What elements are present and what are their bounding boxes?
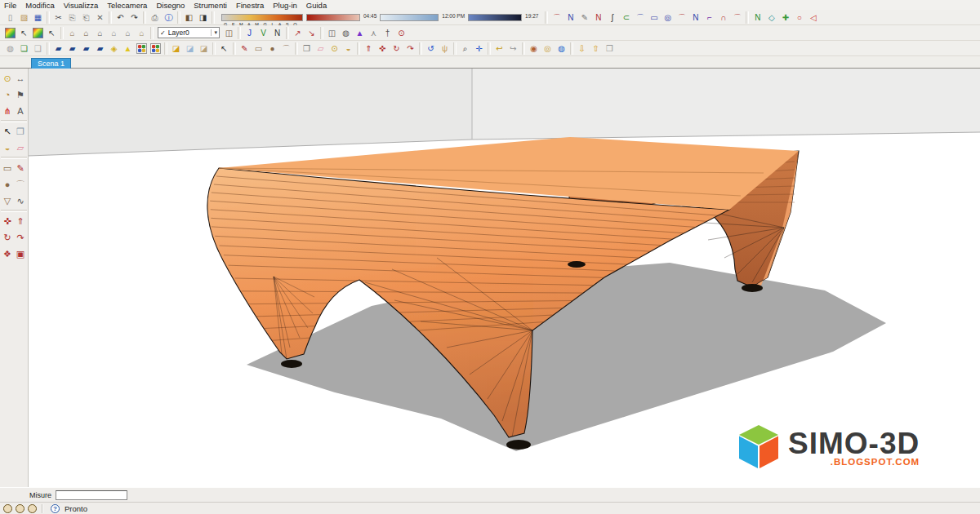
signin-icon[interactable]: [28, 504, 37, 513]
panel-three-icon[interactable]: ▰: [79, 42, 93, 55]
arc-icon[interactable]: ⌒: [14, 176, 27, 193]
menu-file[interactable]: File: [4, 1, 16, 10]
half-arc-icon[interactable]: ⌒: [730, 11, 744, 24]
select-icon[interactable]: ↖: [1, 123, 14, 140]
edit-bezier-icon[interactable]: ✎: [577, 11, 591, 24]
rotate-icon[interactable]: ↻: [1, 229, 14, 246]
share-model-icon[interactable]: ⇧: [589, 42, 603, 55]
share-component-icon[interactable]: ❒: [603, 42, 617, 55]
menu-strumenti[interactable]: Strumenti: [194, 1, 227, 10]
box-tan-icon[interactable]: ◪: [197, 42, 211, 55]
eraser-icon[interactable]: ▱: [314, 42, 327, 55]
arc-blue-icon[interactable]: ⌒: [633, 11, 647, 24]
freehand-icon[interactable]: ∿: [14, 193, 27, 209]
rotate-icon[interactable]: ↻: [390, 42, 403, 55]
stamp-n-icon[interactable]: N: [270, 27, 284, 39]
get-models-icon[interactable]: ⇩: [575, 42, 589, 55]
panel-one-icon[interactable]: ▰: [51, 42, 65, 55]
rectangle-icon[interactable]: ▭: [252, 42, 265, 55]
delete-icon[interactable]: ✕: [93, 11, 107, 24]
cone-yellow-icon[interactable]: ▲: [121, 42, 135, 55]
circle-icon[interactable]: ●: [1, 176, 14, 193]
open-file-icon[interactable]: ▨: [17, 11, 31, 24]
arc-red-icon[interactable]: ⌒: [675, 11, 688, 24]
model-info-icon[interactable]: ⓘ: [162, 11, 176, 24]
shadow-date-slider[interactable]: G F M A M G L A S O N D: [221, 14, 303, 21]
push-pull-icon[interactable]: ⇑: [362, 42, 376, 55]
geolocation-icon[interactable]: [3, 504, 12, 513]
stamp-j-icon[interactable]: J: [243, 27, 256, 39]
paint-bucket-icon[interactable]: ◒: [341, 42, 355, 55]
copy-icon[interactable]: ⎘: [65, 11, 79, 24]
dotted-sphere-icon[interactable]: ◍: [339, 27, 353, 39]
shadow-time-gradient[interactable]: [468, 14, 522, 21]
soften-edges-icon[interactable]: ◍: [3, 42, 17, 55]
rectangle-icon[interactable]: ▭: [1, 160, 14, 176]
drape-shape-icon[interactable]: ❏: [17, 42, 31, 55]
view-right-icon[interactable]: ⌂: [135, 27, 149, 39]
arc-icon[interactable]: ⌒: [279, 42, 293, 55]
move-icon[interactable]: ✜: [376, 42, 390, 55]
save-file-icon[interactable]: ▦: [31, 11, 45, 24]
panel-two-icon[interactable]: ▰: [65, 42, 79, 55]
layer-dropdown[interactable]: ✓ Layer0 ▾: [158, 27, 220, 38]
help-icon[interactable]: ?: [51, 504, 60, 513]
pan-icon[interactable]: ψ: [438, 42, 452, 55]
stamp-v-icon[interactable]: V: [256, 27, 270, 39]
text-icon[interactable]: ⚑: [14, 86, 27, 103]
offset-icon[interactable]: ▣: [14, 246, 27, 262]
menu-disegno[interactable]: Disegno: [156, 1, 185, 10]
select-icon[interactable]: ↖: [217, 42, 231, 55]
drop-at-vertex-icon[interactable]: ↗: [291, 27, 305, 39]
palette-one-icon[interactable]: [136, 43, 147, 54]
line-icon[interactable]: ✎: [14, 160, 27, 176]
google-earth-icon[interactable]: ◍: [555, 42, 568, 55]
claim-credit-icon[interactable]: [16, 504, 24, 513]
eraser-icon[interactable]: ▱: [14, 140, 27, 156]
lens-yellow-icon[interactable]: ◈: [107, 42, 121, 55]
style-picker-b-icon[interactable]: ↖: [45, 27, 59, 39]
c-curve-icon[interactable]: ⊂: [619, 11, 633, 24]
view-left-icon[interactable]: ⌂: [121, 27, 135, 39]
corner-arc-icon[interactable]: ⌐: [702, 11, 716, 24]
crumple-icon[interactable]: ❑: [31, 42, 45, 55]
pie-shape-icon[interactable]: ◁: [806, 11, 820, 24]
scene-tab[interactable]: Scena 1: [31, 58, 71, 69]
protractor-icon[interactable]: ◔: [1, 86, 14, 103]
polygon-loop-icon[interactable]: ◇: [764, 11, 778, 24]
tape-measure-icon[interactable]: ⊙: [327, 42, 341, 55]
scale-icon[interactable]: ❖: [1, 246, 14, 262]
view-top-icon[interactable]: ⌂: [79, 27, 93, 39]
print-icon[interactable]: ⎙: [148, 11, 162, 24]
menu-visualizza[interactable]: Visualizza: [64, 1, 99, 10]
shadow-date-gradient[interactable]: [306, 14, 360, 21]
style-picker-a-icon[interactable]: ↖: [17, 27, 31, 39]
simplify-curve-icon[interactable]: N: [751, 11, 764, 24]
layer-manager-icon[interactable]: ◫: [222, 27, 236, 39]
palette-two-icon[interactable]: [150, 43, 161, 54]
paste-icon[interactable]: ⎗: [79, 11, 93, 24]
previous-view-icon[interactable]: ↩: [492, 42, 506, 55]
panel-four-icon[interactable]: ▰: [93, 42, 107, 55]
3d-text-icon[interactable]: A: [14, 103, 27, 119]
drop-curve-icon[interactable]: ↘: [305, 27, 318, 39]
component-attributes-icon[interactable]: ◨: [196, 11, 210, 24]
menu-finestra[interactable]: Finestra: [236, 1, 264, 10]
view-front-icon[interactable]: ⌂: [93, 27, 107, 39]
menu-telecamera[interactable]: Telecamera: [107, 1, 147, 10]
skinny-figures-icon[interactable]: ⋏: [367, 27, 381, 39]
pin-tool-icon[interactable]: †: [381, 27, 394, 39]
view-back-icon[interactable]: ⌂: [107, 27, 121, 39]
zoom-icon[interactable]: ⌕: [458, 42, 472, 55]
menu-modifica[interactable]: Modifica: [25, 1, 54, 10]
circle-icon[interactable]: ●: [265, 42, 279, 55]
shadow-time-slider[interactable]: [380, 14, 439, 21]
redo-icon[interactable]: ↷: [127, 11, 141, 24]
box-yellow-icon[interactable]: ◪: [169, 42, 183, 55]
follow-me-icon[interactable]: ↷: [14, 229, 27, 246]
bezier-arc-icon[interactable]: ⌒: [550, 11, 564, 24]
u-arc-icon[interactable]: ∩: [716, 11, 730, 24]
bezier-spline-icon[interactable]: N: [564, 11, 577, 24]
next-view-icon[interactable]: ↪: [506, 42, 520, 55]
polygon-icon[interactable]: ▽: [1, 193, 14, 209]
